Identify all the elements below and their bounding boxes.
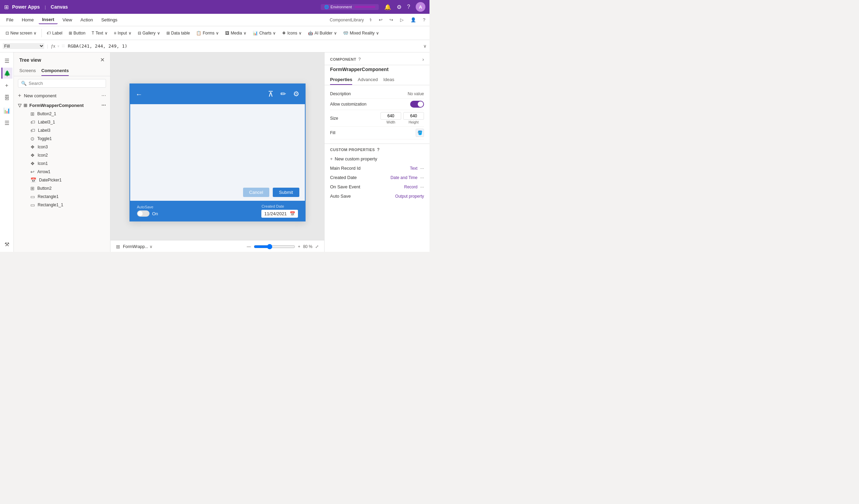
- tree-item-icon2[interactable]: ❖ Icon2: [14, 151, 110, 159]
- person-icon[interactable]: 👤: [409, 16, 417, 24]
- input-btn[interactable]: ≡ Input ∨: [111, 29, 134, 37]
- custom-properties-help-icon[interactable]: ?: [377, 147, 380, 152]
- redo-icon[interactable]: ↪: [388, 16, 395, 24]
- text-btn[interactable]: T Text ∨: [89, 29, 110, 37]
- tree-item-label3-1[interactable]: 🏷 Label3_1: [14, 118, 110, 126]
- ai-builder-btn[interactable]: 🤖 AI Builder ∨: [305, 29, 340, 37]
- forms-chevron: ∨: [216, 31, 219, 36]
- left-tree-icon[interactable]: 🌲: [1, 68, 12, 79]
- waffle-icon[interactable]: ⊞: [4, 4, 9, 10]
- tree-item-icon3[interactable]: ❖ Icon3: [14, 143, 110, 151]
- settings-icon[interactable]: ⚙: [397, 4, 402, 10]
- edit-icon[interactable]: ✏: [280, 90, 286, 99]
- fill-swatch[interactable]: 🪣: [416, 129, 424, 137]
- zoom-in-icon[interactable]: +: [298, 244, 300, 249]
- comp-footer: AutoSave On Created Date 11/24/2021 📅: [130, 201, 305, 221]
- menu-insert[interactable]: Insert: [39, 16, 58, 24]
- toolbar: ⊡ New screen ∨ 🏷 Label ⊞ Button T Text ∨…: [0, 26, 430, 40]
- property-selector[interactable]: Fill: [3, 43, 44, 49]
- tree-item-rectangle1-1[interactable]: ▭ Rectangle1_1: [14, 201, 110, 209]
- mixed-reality-btn[interactable]: 🥽 Mixed Reality ∨: [340, 29, 382, 37]
- tree-item-button2-1[interactable]: ⊞ Button2_1: [14, 110, 110, 118]
- zoom-slider[interactable]: [254, 244, 295, 249]
- new-screen-btn[interactable]: ⊡ New screen ∨: [3, 29, 39, 37]
- size-width-input[interactable]: [380, 112, 401, 120]
- environment-badge[interactable]: 🌐 Environment: [321, 4, 379, 10]
- menu-home[interactable]: Home: [18, 16, 37, 24]
- on-save-event-more-icon[interactable]: ···: [420, 184, 424, 189]
- tree-item-label3[interactable]: 🏷 Label3: [14, 126, 110, 135]
- left-add-icon[interactable]: +: [1, 80, 12, 91]
- tree-item-arrow1[interactable]: ↩ Arrow1: [14, 168, 110, 176]
- main-record-id-more-icon[interactable]: ···: [420, 166, 424, 171]
- tab-properties[interactable]: Properties: [330, 75, 352, 85]
- right-panel-collapse-icon[interactable]: ›: [422, 57, 424, 62]
- tree-item-rectangle1[interactable]: ▭ Rectangle1: [14, 192, 110, 201]
- new-component-more-icon[interactable]: ···: [102, 92, 106, 99]
- comp-settings-icon[interactable]: ⚙: [293, 90, 299, 99]
- tree-item-button2[interactable]: ⊞ Button2: [14, 184, 110, 192]
- button-btn[interactable]: ⊞ Button: [66, 29, 88, 37]
- component-help-icon[interactable]: ?: [358, 57, 361, 62]
- icons-label: Icons: [287, 31, 297, 36]
- left-menu-icon[interactable]: ☰: [1, 55, 12, 66]
- new-component-button[interactable]: + New component ···: [14, 90, 110, 101]
- tree-close-icon[interactable]: ✕: [100, 57, 105, 63]
- undo-icon[interactable]: ↩: [377, 16, 384, 24]
- forms-btn[interactable]: 📋 Forms ∨: [193, 29, 222, 37]
- tree-search-box[interactable]: 🔍: [18, 79, 106, 88]
- tree-title: Tree view: [19, 57, 41, 63]
- submit-button[interactable]: Submit: [273, 188, 299, 197]
- calendar-icon[interactable]: 📅: [290, 211, 295, 216]
- group-more-icon[interactable]: ···: [102, 102, 106, 108]
- tree-item-datepicker1[interactable]: 📅 DatePicker1: [14, 176, 110, 184]
- input-chevron: ∨: [128, 31, 132, 36]
- left-data-icon[interactable]: 🗄: [1, 92, 12, 103]
- charts-btn[interactable]: 📊 Charts ∨: [250, 29, 279, 37]
- formula-input[interactable]: [68, 43, 421, 49]
- search-input[interactable]: [29, 81, 103, 86]
- icons-btn[interactable]: ❖ Icons ∨: [279, 29, 305, 37]
- menu-action[interactable]: Action: [77, 16, 96, 24]
- tab-advanced[interactable]: Advanced: [358, 75, 378, 85]
- size-height-input[interactable]: [403, 112, 424, 120]
- date-input-row[interactable]: 11/24/2021 📅: [261, 210, 298, 218]
- media-btn[interactable]: 🖼 Media ∨: [222, 29, 249, 37]
- menu-file[interactable]: File: [3, 16, 17, 24]
- autosave-toggle[interactable]: [137, 210, 149, 217]
- data-table-btn[interactable]: ⊞ Data table: [164, 29, 193, 37]
- tree-item-toggle1[interactable]: ⊙ Toggle1: [14, 135, 110, 143]
- gallery-btn[interactable]: ⊟ Gallery ∨: [135, 29, 163, 37]
- label-btn[interactable]: 🏷 Label: [44, 29, 65, 37]
- back-icon[interactable]: ←: [136, 90, 143, 98]
- help-menu-icon[interactable]: ?: [422, 16, 427, 24]
- item-icon-rectangle1-1: ▭: [30, 202, 35, 208]
- expand-formula-btn[interactable]: ∨: [423, 43, 427, 49]
- left-tool-icon[interactable]: ⚒: [1, 239, 12, 250]
- cancel-button[interactable]: Cancel: [243, 188, 269, 197]
- notification-icon[interactable]: 🔔: [384, 4, 391, 10]
- help-icon[interactable]: ?: [407, 4, 410, 10]
- avatar[interactable]: A: [416, 2, 425, 12]
- menu-view[interactable]: View: [59, 16, 76, 24]
- tab-ideas[interactable]: Ideas: [383, 75, 394, 85]
- tree-item-icon1[interactable]: ❖ Icon1: [14, 159, 110, 168]
- zoom-out-icon[interactable]: —: [247, 244, 251, 249]
- tab-components[interactable]: Components: [41, 66, 69, 76]
- created-date-more-icon[interactable]: ···: [420, 175, 424, 180]
- bottom-chevron-icon[interactable]: ∨: [149, 244, 153, 249]
- stethoscope-icon[interactable]: ⚕: [368, 16, 373, 24]
- tab-screens[interactable]: Screens: [19, 66, 36, 76]
- allow-customization-label: Allow customization: [330, 102, 366, 107]
- media-label: Media: [231, 31, 242, 36]
- mixed-reality-label: Mixed Reality: [350, 31, 375, 36]
- tree-group-form-wrapper[interactable]: ▽ ⊞ FormWrapperComponent ···: [14, 101, 110, 110]
- new-custom-property-btn[interactable]: + New custom property: [325, 154, 430, 164]
- play-icon[interactable]: ▷: [399, 16, 405, 24]
- filter-icon[interactable]: ⊼: [268, 90, 273, 99]
- fit-icon[interactable]: ⤢: [315, 244, 319, 249]
- menu-settings[interactable]: Settings: [98, 16, 121, 24]
- left-nav-icon[interactable]: ☰: [1, 117, 12, 128]
- left-activity-icon[interactable]: 📊: [1, 105, 12, 116]
- allow-customization-toggle[interactable]: [410, 101, 424, 108]
